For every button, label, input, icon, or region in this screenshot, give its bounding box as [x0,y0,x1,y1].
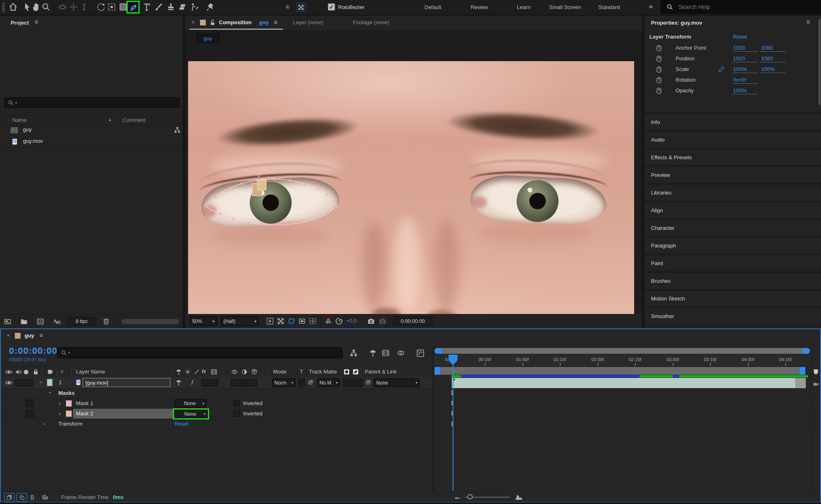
panel-tab-align[interactable]: Align [644,202,821,218]
scale-x-value[interactable]: 100% [732,66,758,73]
timeline-tab-label[interactable]: guy [25,332,34,339]
brush-tool[interactable] [154,2,163,12]
panel-tab-paragraph[interactable]: Paragraph [644,238,821,254]
transform-reset-link[interactable]: Reset [175,421,189,427]
project-scrollbar[interactable] [122,319,179,324]
layer-bar-end-cap[interactable] [795,378,806,388]
type-tool[interactable] [142,2,152,12]
mask2-swatch[interactable] [66,410,72,417]
anchor-y-value[interactable]: 1080 [760,45,786,52]
mask2-name[interactable]: Mask 2 [76,410,93,417]
layer-name-column-label[interactable]: Layer Name [76,369,105,375]
camera-tool[interactable] [107,2,117,12]
matte-hidden-toggle[interactable] [343,378,363,387]
snapshot-icon[interactable] [367,317,375,325]
track-matte-dropdown[interactable]: No M ▾ [317,378,340,387]
new-composition-icon[interactable] [36,317,45,326]
project-row-guy[interactable]: guy [0,124,184,136]
expand-collapse-icon[interactable]: {} [30,494,34,500]
unlock-icon[interactable] [209,19,216,26]
pan-camera-tool[interactable] [69,2,78,12]
mask-vertices[interactable] [205,178,338,226]
navigator-end-handle[interactable] [803,348,810,354]
time-navigator[interactable] [435,348,810,354]
column-comment[interactable]: Comment [122,117,145,123]
timeline-menu-icon[interactable]: ≡ [39,332,43,339]
position-y-value[interactable]: 1080 [760,55,786,62]
panel-tab-brushes[interactable]: Brushes [644,273,821,289]
layer-expand-chevron[interactable]: › [38,381,44,383]
column-name[interactable]: Name [12,117,27,123]
layer-search[interactable]: ▾ [57,347,343,358]
layer-label-swatch[interactable] [47,379,53,386]
roto-brush-tool[interactable] [190,2,200,12]
masks-collapse-chevron[interactable]: › [47,392,53,393]
graph-editor-toggle-icon[interactable] [416,348,425,358]
selection-tool[interactable] [22,2,32,12]
mask-row-1[interactable]: › Mask 1 None ▾ Inverted [1,399,433,409]
layer-motion-blur-toggle[interactable] [210,379,218,387]
toolbar-grip[interactable] [2,2,5,13]
project-search[interactable]: ▾ [4,97,180,108]
dolly-camera-tool[interactable] [79,2,89,12]
mask-anchor-widget[interactable] [252,180,266,196]
layer-visibility-eye-icon[interactable] [5,379,13,387]
layer-row-1[interactable]: › 1 [guy.mov] / Norm ▾ @ No M ▾ [1,377,433,389]
zoom-tool[interactable] [41,2,51,12]
scale-y-value[interactable]: 100% [760,66,786,73]
rotation-value[interactable]: 0x+0° [732,77,758,84]
comp-marker-bin-icon[interactable] [812,368,819,376]
masks-group-row[interactable]: › Masks [1,388,433,399]
help-search[interactable] [660,0,821,14]
parent-dropdown[interactable]: None ▾ [374,378,420,387]
stopwatch-icon[interactable] [655,87,663,95]
layer-shy-toggle[interactable] [175,379,182,386]
mask-expand-chevron[interactable]: › [59,400,60,406]
parent-pickwhip-icon[interactable]: @ [366,379,371,385]
matte-pickwhip-icon[interactable]: @ [308,379,313,385]
properties-menu-icon[interactable]: ≡ [806,18,810,26]
new-folder-icon[interactable] [20,317,28,326]
work-area-bar[interactable] [435,367,805,375]
frame-blending-global-toggle[interactable] [4,493,15,502]
sort-ascending-icon[interactable]: ▲ [108,117,112,122]
clone-stamp-tool[interactable] [166,2,176,12]
layer-3d-toggle[interactable] [249,379,257,387]
anchor-x-value[interactable]: 1920 [732,45,758,52]
track-matte-column-label[interactable]: Track Matte [309,369,337,375]
panel-tab-character[interactable]: Character [644,220,821,236]
composition-image[interactable] [188,61,634,327]
timeline-search-input[interactable] [71,349,327,356]
project-row-guy-mov[interactable]: guy.mov [0,136,184,148]
mask-expand-chevron[interactable]: › [59,410,60,417]
time-ruler[interactable]: 0:00f 00:15f 01:00f 01:15f 02:00f 02:15f… [434,355,811,367]
layer-solo-toggle[interactable] [25,379,33,387]
viewer-timecode[interactable]: 0:00:00:00 [393,316,432,326]
layer-name-field[interactable]: [guy.mov] [83,378,170,387]
zoom-in-mountain-icon[interactable] [514,493,523,502]
mask-visibility-toggle[interactable] [25,410,34,417]
mask2-mode-dropdown[interactable]: None ▾ [174,410,208,418]
fast-previews-icon[interactable] [266,317,274,325]
footage-tab[interactable]: Footage (none) [353,19,389,25]
project-panel-menu-icon[interactable]: ≡ [34,18,38,26]
opacity-value[interactable]: 100% [732,87,758,94]
project-search-input[interactable] [18,99,168,106]
panel-tab-libraries[interactable]: Libraries [644,185,821,201]
region-of-interest-icon[interactable] [298,317,306,325]
transparency-grid-icon[interactable] [276,317,285,325]
help-search-input[interactable] [678,3,803,11]
mask-visibility-icon[interactable] [287,317,296,325]
work-area-start-handle[interactable] [435,367,440,375]
mode-column-label[interactable]: Mode [273,369,287,375]
composition-tab-label[interactable]: Composition [219,19,251,25]
mask1-swatch[interactable] [66,400,72,407]
parent-link-column-label[interactable]: Parent & Link [365,369,397,375]
transform-row[interactable]: › Transform Reset [1,419,433,430]
comp-camera-icon[interactable] [812,380,819,387]
panel-tab-motion-sketch[interactable]: Motion Sketch [644,291,821,307]
channels-icon[interactable] [324,317,333,325]
panel-tab-preview[interactable]: Preview [644,167,821,183]
properties-scrollbar[interactable] [819,19,821,105]
orbit-camera-tool[interactable] [57,2,67,12]
